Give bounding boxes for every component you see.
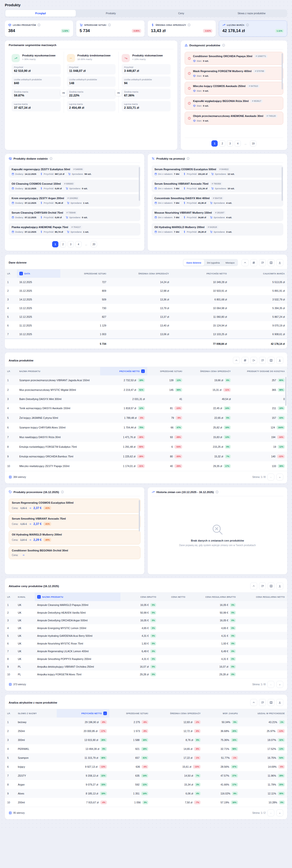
column-header[interactable]: SPRZEDANE SZTUKI — [60, 269, 109, 278]
table-row[interactable]: 9 Aloes 8 185,13 zł19% 1 35114% 6,06 zł4… — [5, 789, 287, 798]
table-row[interactable]: 7 Mus nawilżający DAISYX Róża 30ml 1 471… — [5, 432, 287, 442]
availability-item[interactable]: Kapsułki wygładzający BEGONIA Róża 30ml … — [185, 97, 283, 110]
next-page-button[interactable]: › — [276, 809, 283, 816]
table-row[interactable]: 10 200ml 7 915,67 zł-4% 1 0563% 7,50 zł-… — [5, 798, 287, 807]
toolbar-button[interactable] — [268, 583, 274, 590]
table-row[interactable]: 10 Mleczko rewitalizujący ZESTY Papaja 1… — [5, 461, 287, 471]
tab[interactable]: Produkty — [76, 10, 146, 17]
toolbar-button[interactable] — [268, 699, 274, 706]
column-header[interactable]: LP. — [5, 709, 16, 717]
column-header[interactable]: CENA REGULARNA NETTO — [238, 593, 287, 601]
table-row[interactable]: 3 UK Ampoule Detoxifying ORCHIDA Argan 5… — [5, 617, 287, 624]
promo-product-item[interactable]: Mousse Nourishing VIBRANT Mulberry 150ml… — [151, 209, 283, 221]
info-icon[interactable] — [186, 157, 190, 160]
table-row[interactable]: 6 kojący 9 927,13 zł-13% 636-4% 15,61 zł… — [5, 762, 287, 771]
table-row[interactable]: 3 Balm Detoxifying DAISYX Mint 300ml 2 0… — [5, 395, 287, 403]
discounted-product-item[interactable]: Oil Hydrating MARIGLD Mulberry 200ml Cen… — [9, 530, 141, 545]
column-header[interactable]: WSP. ZAKUPU — [203, 709, 240, 717]
column-header[interactable]: PRODUKTY DODANE DO KOSZYKA — [233, 367, 287, 375]
promo-product-item[interactable]: Oil Hydrating MARIGLD Mulberry 200ml # 6… — [151, 223, 283, 236]
toolbar-button[interactable] — [233, 357, 240, 364]
column-header[interactable]: CAŁKOWITA MARŻA — [229, 269, 287, 278]
table-row[interactable]: 8 Argan 9 079,27 zł15% 59212% 15,34 zł3%… — [5, 780, 287, 789]
column-header[interactable]: LP. — [5, 367, 17, 375]
table-row[interactable]: 2 UK Ampoule Detoxifying HEAVEN Vanilla … — [5, 609, 287, 617]
next-page-button[interactable]: › — [276, 681, 283, 688]
scrollbar-thumb[interactable] — [282, 167, 283, 201]
table-row[interactable]: 6 11.12.2025 1 129 13,40 zł 15 124,94 zł… — [5, 321, 287, 330]
tab[interactable]: Słowa z nazw produktów — [216, 10, 287, 17]
page-button[interactable]: 1 — [52, 241, 58, 247]
table-row[interactable]: 7 10.12.2025 1 003 13,06 zł 13 103,25 zł… — [5, 330, 287, 339]
table-row[interactable]: 5 UK Ampoule Hydrating GARDENIA Acai Ber… — [5, 632, 287, 640]
prev-page-button[interactable]: ‹ — [267, 809, 274, 816]
tab[interactable]: Ceny — [146, 10, 216, 17]
table-row[interactable]: 1 UK Ampoule Cleansing MARIGLD Papaya 20… — [5, 601, 287, 609]
page-button[interactable]: 4 — [75, 241, 82, 247]
toolbar-button[interactable] — [241, 357, 249, 364]
column-header[interactable]: SPRZEDANE SZTUKI — [147, 367, 185, 375]
column-header[interactable]: CENA NETTO — [158, 593, 187, 601]
column-header-sorted[interactable]: PRZYCHÓD NETTO ↓ — [100, 367, 147, 375]
toolbar-button[interactable] — [276, 357, 283, 364]
table-row[interactable]: 2 Mus przeciwzmarszczkowy MYSTIC Migdał … — [5, 385, 287, 395]
toolbar-button[interactable] — [250, 259, 257, 266]
next-page-button[interactable]: › — [276, 473, 283, 480]
page-button[interactable]: ... — [242, 140, 249, 147]
discounted-product-item[interactable]: Serum Smoothing VIBRANT Avocado 75ml Cen… — [9, 515, 141, 528]
promo-product-item[interactable]: Concentrate Smoothing DAISYX Mint 400ml … — [151, 194, 283, 207]
column-header[interactable]: SŁOWO Z NAZWY — [16, 709, 57, 717]
table-row[interactable]: 5 Żel kojący JASMINE Cytryna 50ml 1 789,… — [5, 413, 287, 423]
discounted-product-item[interactable]: Serum Regenerating COSMOS Eucalyptus 500… — [9, 499, 141, 513]
table-row[interactable]: 1 beżowy 29 196,90 zł-8% 2 275-6% 12,83 … — [5, 717, 287, 726]
page-button[interactable]: 3 — [227, 140, 233, 147]
recent-product-item[interactable]: Pianka wygładzający ANEMONE Papaja 75ml … — [9, 223, 141, 236]
page-button[interactable]: 3 — [67, 241, 74, 247]
toolbar-button[interactable] — [259, 357, 266, 364]
page-button[interactable]: 2 — [219, 140, 225, 147]
table-row[interactable]: 10 PL Ampułka kojący FORGETM Aloes 75ml … — [5, 671, 287, 678]
page-button[interactable]: ... — [83, 241, 89, 247]
promo-product-item[interactable]: Serum Smoothing VIBRANT Avocado 75ml # 7… — [151, 180, 283, 192]
toolbar-button[interactable] — [268, 259, 274, 266]
table-row[interactable]: 4 UK Ampoule Energizing MYSTIC Lemon 150… — [5, 624, 287, 632]
page-button[interactable]: 20 — [91, 241, 97, 247]
availability-item[interactable]: Mleczko kojący COSMOS Awokado 250ml # 84… — [185, 82, 283, 95]
tab[interactable]: Przegląd — [5, 10, 76, 17]
table-row[interactable]: 3 300ml 13 915,90 zł26% 1 58816% 8,76 zł… — [5, 735, 287, 744]
column-header[interactable]: CENA REGULARNA BRUTTO — [188, 593, 238, 601]
column-header[interactable]: PRZYCHÓD NETTO — [171, 269, 229, 278]
column-header[interactable]: NAZWA PRODUKTU — [17, 367, 100, 375]
info-icon[interactable] — [61, 490, 64, 494]
column-header[interactable]: LP. — [5, 269, 17, 278]
promo-product-item[interactable]: Serum Regenerating COSMOS Eucalyptus 500… — [151, 165, 283, 178]
discounted-product-item[interactable]: Conditioner Soothing BEGONIA Orchid 30ml… — [9, 546, 141, 559]
table-row[interactable]: 5 Szampon 11 315,79 zł40% 65741% 17,22 z… — [5, 753, 287, 762]
info-icon[interactable] — [246, 23, 249, 27]
toolbar-button[interactable] — [259, 259, 266, 266]
recent-product-item[interactable]: Serum Cleansing CHRYSAN Orchid 75ml # 73… — [9, 209, 141, 221]
info-icon[interactable] — [215, 490, 218, 494]
column-header[interactable]: ŚREDNIA CENA SPRZEDAŻY — [109, 269, 171, 278]
table-row[interactable]: 6 UK Ampoule Nourishing MYSTIC Rose 75ml… — [5, 640, 287, 647]
column-header[interactable]: SPRZEDANE SZTUKI — [109, 709, 151, 717]
granularity-tab[interactable]: Dane dzienne — [183, 259, 204, 266]
table-row[interactable]: 8 Emulsja rozświetlający FORGETM Eukalip… — [5, 442, 287, 452]
info-icon[interactable] — [187, 23, 191, 27]
toolbar-button[interactable] — [250, 357, 257, 364]
toolbar-button[interactable] — [250, 699, 257, 706]
kpi-card[interactable]: ŚREDNIA CENA SPRZEDAŻY 13,43 zł -3.62% — [148, 21, 216, 37]
scrollbar-thumb[interactable] — [282, 53, 283, 89]
table-row[interactable]: 4 PERIWKL 13 494,39 zł8% 92118% 14,65 zł… — [5, 744, 287, 753]
recent-product-item[interactable]: Oil Cleansing COSMOS Coconut 150ml # 695… — [9, 180, 141, 192]
scrollbar-thumb[interactable] — [139, 167, 140, 201]
info-icon[interactable] — [222, 44, 225, 47]
granularity-tab[interactable]: Miesiące — [223, 259, 238, 266]
table-row[interactable]: 3 14.12.2025 509 13,36 zł 6 801,68 zł 3 … — [5, 295, 287, 304]
availability-item[interactable]: Olejek przeciwzmarszczkowy ANEMONE Awoka… — [185, 112, 283, 125]
toolbar-button[interactable] — [241, 259, 249, 266]
table-row[interactable]: 1 Szampon przeciwzmarszczkowy VIBRANT Ja… — [5, 375, 287, 385]
recent-product-item[interactable]: Krem energetyzujący ZESTY Argan 200ml # … — [9, 194, 141, 207]
table-row[interactable]: 9 Emulsja wzmacniający ORCHIDA Bambus 75… — [5, 452, 287, 461]
table-row[interactable]: 4 13.12.2025 730 13,79 zł 10 064,98 zł 5… — [5, 304, 287, 312]
